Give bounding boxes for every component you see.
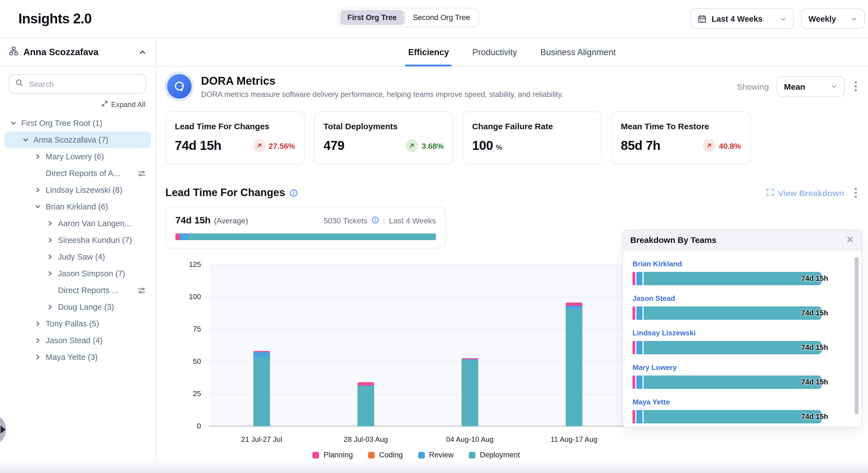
trend-badge: 3.68%	[406, 139, 444, 152]
tree-item-first-org-tree-root-1[interactable]: First Org Tree Root (1)	[4, 115, 151, 131]
chevron-right-icon[interactable]	[33, 152, 42, 161]
team-name-link[interactable]: Mary Lowery	[632, 363, 677, 372]
metric-value: 85d 7h	[621, 138, 660, 153]
bar-segment-planning	[632, 341, 635, 354]
tab-productivity[interactable]: Productivity	[471, 38, 518, 66]
sidebar-collapse-handle[interactable]	[0, 414, 6, 445]
info-icon[interactable]	[289, 188, 298, 197]
gridline-25	[209, 394, 624, 394]
view-breakdown-button[interactable]: View Breakdown	[766, 188, 844, 198]
info-icon[interactable]	[371, 216, 379, 225]
bar-segment-deployment	[358, 385, 374, 426]
metric-card-mean-time-to-restore: Mean Time To Restore85d 7h40.8%	[611, 112, 750, 164]
team-stacked-bar: 74d 15h	[632, 410, 822, 423]
tree-item-lindsay-liszewski-8[interactable]: Lindsay Liszewski (8)	[4, 182, 151, 198]
tree-item-label: Mary Lowery (6)	[45, 152, 104, 161]
chevron-right-icon[interactable]	[45, 302, 55, 312]
bar-11-aug-17-aug[interactable]	[566, 302, 582, 426]
chevron-right-icon[interactable]	[45, 236, 55, 244]
trend-value: 40.8%	[719, 141, 741, 150]
app-window: Insights 2.0 First Org Tree Second Org T…	[0, 0, 868, 473]
tree-item-direct-reports[interactable]: Direct Reports ...	[4, 282, 151, 299]
tree-item-maya-yette-3[interactable]: Maya Yette (3)	[4, 349, 151, 365]
team-row-maya-yette: Maya Yette74d 15h	[632, 397, 847, 423]
bar-segment-deployment	[644, 376, 822, 389]
tab-efficiency[interactable]: Efficiency	[407, 38, 450, 66]
legend-swatch	[312, 451, 319, 458]
dora-metric-cards: Lead Time For Changes74d 15h27.56%Total …	[165, 112, 859, 164]
tree-item-tony-pallas-5[interactable]: Tony Pallas (5)	[4, 315, 151, 332]
legend-label: Review	[429, 451, 454, 459]
legend-label: Planning	[323, 451, 353, 459]
trend-badge: 40.8%	[703, 139, 741, 152]
toggle-second-org-tree[interactable]: Second Org Tree	[406, 10, 477, 25]
tree-item-brian-kirkland-6[interactable]: Brian Kirkland (6)	[4, 198, 151, 215]
close-icon[interactable]: ✕	[846, 235, 855, 244]
filter-icon[interactable]	[137, 286, 146, 294]
team-name-link[interactable]: Brian Kirkland	[632, 260, 682, 268]
bar-28-jul-03-aug[interactable]	[358, 382, 374, 426]
metric-card-total-deployments: Total Deployments4793.68%	[314, 112, 453, 164]
y-axis-tick: 25	[170, 389, 201, 398]
panel-scrollbar-thumb[interactable]	[855, 257, 859, 414]
tree-item-sireesha-kunduri-7[interactable]: Sireesha Kunduri (7)	[4, 232, 151, 248]
toggle-first-org-tree[interactable]: First Org Tree	[340, 10, 404, 25]
chevron-right-icon[interactable]	[33, 319, 42, 328]
chevron-right-icon[interactable]	[33, 185, 42, 195]
chevron-down-icon[interactable]	[9, 119, 18, 127]
expand-all-button[interactable]: Expand All	[10, 100, 145, 109]
team-stacked-bar: 74d 15h	[632, 272, 822, 285]
gridline-50	[209, 361, 624, 362]
chevron-down-icon[interactable]	[33, 202, 42, 211]
chevron-right-icon[interactable]	[33, 353, 42, 361]
chevron-right-icon[interactable]	[45, 219, 55, 228]
dora-kebab-menu[interactable]	[852, 79, 859, 94]
bar-21-jul-27-jul[interactable]	[253, 351, 270, 426]
team-value: 74d 15h	[801, 309, 828, 317]
team-name-link[interactable]: Lindsay Liszewski	[632, 329, 696, 337]
chevron-right-icon[interactable]	[45, 253, 55, 261]
bar-segment-deployment	[566, 309, 582, 426]
tree-item-label: Anna Scozzafava (7)	[33, 136, 108, 144]
chevron-right-icon[interactable]	[33, 336, 42, 345]
tree-item-label: Judy Saw (4)	[58, 253, 105, 261]
chevron-down-icon[interactable]	[21, 136, 30, 144]
tree-item-direct-reports-of-a[interactable]: Direct Reports of A...	[4, 165, 151, 182]
bar-04-aug-10-aug[interactable]	[462, 358, 478, 426]
chevron-up-icon[interactable]	[138, 48, 147, 56]
team-name-link[interactable]: Jason Stead	[632, 294, 675, 302]
lead-time-kebab-menu[interactable]	[852, 185, 859, 200]
y-axis-tick: 0	[170, 422, 201, 430]
tab-business-alignment[interactable]: Business Alignment	[539, 38, 617, 66]
showing-dropdown[interactable]: Mean	[777, 76, 845, 97]
summary-range: Last 4 Weeks	[389, 216, 436, 225]
chevron-right-icon[interactable]	[45, 269, 55, 278]
summary-stacked-bar	[175, 233, 436, 240]
sidebar-user-header[interactable]: Anna Scozzafava	[0, 38, 155, 67]
sidebar-search	[9, 74, 147, 94]
team-value: 74d 15h	[801, 412, 828, 421]
date-range-dropdown[interactable]: Last 4 Weeks	[690, 8, 794, 29]
tree-item-doug-lange-3[interactable]: Doug Lange (3)	[4, 299, 151, 315]
granularity-value: Weekly	[808, 14, 836, 23]
team-row-mary-lowery: Mary Lowery74d 15h	[632, 362, 847, 389]
tree-item-jason-simpson-7[interactable]: Jason Simpson (7)	[4, 265, 151, 282]
tree-item-aaron-van-langen[interactable]: Aaron Van Langen...	[4, 215, 151, 232]
bar-segment-review	[637, 272, 643, 285]
org-tree: First Org Tree Root (1)Anna Scozzafava (…	[0, 115, 155, 365]
bar-segment-deployment	[644, 306, 822, 320]
tree-item-jason-stead-4[interactable]: Jason Stead (4)	[4, 332, 151, 349]
x-axis-tick: 04 Aug-10 Aug	[428, 435, 512, 443]
team-name-link[interactable]: Maya Yette	[632, 398, 670, 406]
legend-item-coding: Coding	[368, 451, 403, 459]
y-axis-tick: 50	[170, 357, 201, 365]
tree-item-anna-scozzafava-7[interactable]: Anna Scozzafava (7)	[4, 131, 151, 148]
tree-item-mary-lowery-6[interactable]: Mary Lowery (6)	[4, 148, 151, 165]
granularity-dropdown[interactable]: Weekly	[801, 8, 865, 29]
metric-value: 74d 15h	[175, 138, 221, 153]
search-input[interactable]	[28, 79, 140, 89]
filter-icon[interactable]	[137, 169, 146, 177]
tree-item-judy-saw-4[interactable]: Judy Saw (4)	[4, 248, 151, 265]
tree-item-label: Jason Simpson (7)	[58, 269, 125, 278]
showing-label: Showing	[737, 82, 769, 91]
